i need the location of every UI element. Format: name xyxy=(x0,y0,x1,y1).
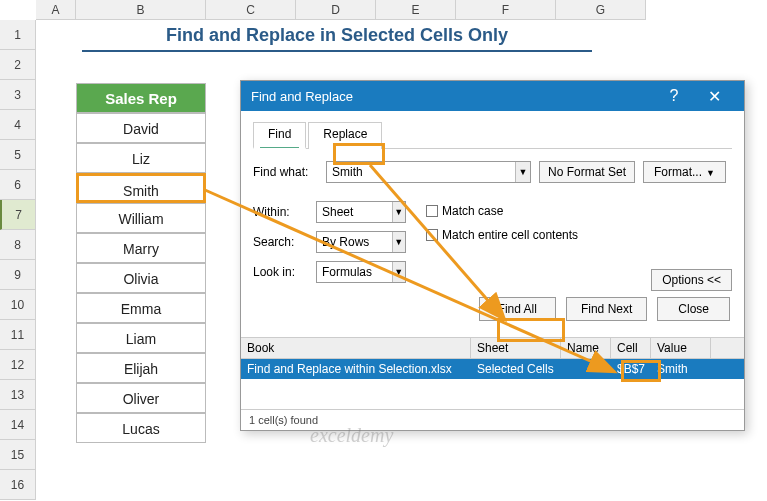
row-header[interactable]: 15 xyxy=(0,440,36,470)
result-name xyxy=(561,359,611,379)
cell-b10[interactable]: Olivia xyxy=(76,263,206,293)
watermark: exceldemy xyxy=(310,424,393,447)
row-header[interactable]: 5 xyxy=(0,140,36,170)
row-header[interactable]: 8 xyxy=(0,230,36,260)
row-header[interactable]: 12 xyxy=(0,350,36,380)
tab-replace[interactable]: Replace xyxy=(308,122,382,149)
col-header-g[interactable]: G xyxy=(556,0,646,20)
search-combo[interactable]: ▼ xyxy=(316,231,406,253)
no-format-button[interactable]: No Format Set xyxy=(539,161,635,183)
search-label: Search: xyxy=(253,235,308,249)
result-cell: $B$7 xyxy=(611,359,651,379)
lookin-label: Look in: xyxy=(253,265,308,279)
results-col-name[interactable]: Name xyxy=(561,338,611,358)
cell-b14[interactable]: Oliver xyxy=(76,383,206,413)
results-col-book[interactable]: Book xyxy=(241,338,471,358)
chevron-down-icon[interactable]: ▼ xyxy=(392,262,405,282)
find-all-button[interactable]: Find All xyxy=(479,297,556,321)
col-header-b[interactable]: B xyxy=(76,0,206,20)
row-header[interactable]: 9 xyxy=(0,260,36,290)
options-button[interactable]: Options << xyxy=(651,269,732,291)
within-input[interactable] xyxy=(317,202,392,222)
chevron-down-icon[interactable]: ▼ xyxy=(515,162,530,182)
tab-replace-label: Replace xyxy=(323,127,367,141)
results-col-sheet[interactable]: Sheet xyxy=(471,338,561,358)
within-label: Within: xyxy=(253,205,308,219)
result-book: Find and Replace within Selection.xlsx xyxy=(241,359,471,379)
find-what-combo[interactable]: ▼ xyxy=(326,161,531,183)
cell-b6[interactable]: Liz xyxy=(76,143,206,173)
cell-b8[interactable]: William xyxy=(76,203,206,233)
close-icon[interactable]: ✕ xyxy=(694,87,734,106)
format-button-label: Format... xyxy=(654,165,702,179)
cell-b15[interactable]: Lucas xyxy=(76,413,206,443)
cell-b7[interactable]: Smith xyxy=(76,173,206,203)
row-header[interactable]: 14 xyxy=(0,410,36,440)
tabs: Find Replace xyxy=(253,121,732,149)
cell-b5[interactable]: David xyxy=(76,113,206,143)
row-header[interactable]: 13 xyxy=(0,380,36,410)
result-row[interactable]: Find and Replace within Selection.xlsx S… xyxy=(241,359,744,379)
row-headers: 1 2 3 4 5 6 7 8 9 10 11 12 13 14 15 16 xyxy=(0,20,36,500)
find-next-button[interactable]: Find Next xyxy=(566,297,647,321)
col-header-c[interactable]: C xyxy=(206,0,296,20)
match-case-label: Match case xyxy=(442,204,503,218)
chevron-down-icon: ▼ xyxy=(706,168,715,178)
row-header[interactable]: 6 xyxy=(0,170,36,200)
search-input[interactable] xyxy=(317,232,392,252)
checkbox-icon xyxy=(426,205,438,217)
format-button[interactable]: Format...▼ xyxy=(643,161,726,183)
cell-b9[interactable]: Marry xyxy=(76,233,206,263)
title-underline xyxy=(82,50,592,52)
results-header: Book Sheet Name Cell Value xyxy=(241,337,744,359)
close-button[interactable]: Close xyxy=(657,297,730,321)
row-header[interactable]: 2 xyxy=(0,50,36,80)
results-col-value[interactable]: Value xyxy=(651,338,711,358)
col-header-e[interactable]: E xyxy=(376,0,456,20)
match-entire-checkbox[interactable]: Match entire cell contents xyxy=(426,228,578,242)
row-header[interactable]: 4 xyxy=(0,110,36,140)
checkbox-icon xyxy=(426,229,438,241)
find-replace-dialog: Find and Replace ? ✕ Find Replace Find w… xyxy=(240,80,745,431)
lookin-input[interactable] xyxy=(317,262,392,282)
table-header[interactable]: Sales Rep xyxy=(76,83,206,113)
cell-b12[interactable]: Liam xyxy=(76,323,206,353)
column-headers: A B C D E F G xyxy=(36,0,646,20)
page-title: Find and Replace in Selected Cells Only xyxy=(82,25,592,46)
tab-find[interactable]: Find xyxy=(253,122,306,149)
chevron-down-icon[interactable]: ▼ xyxy=(392,232,405,252)
row-header[interactable]: 1 xyxy=(0,20,36,50)
chevron-down-icon[interactable]: ▼ xyxy=(392,202,405,222)
row-header[interactable]: 10 xyxy=(0,290,36,320)
dialog-titlebar[interactable]: Find and Replace ? ✕ xyxy=(241,81,744,111)
results-col-cell[interactable]: Cell xyxy=(611,338,651,358)
help-icon[interactable]: ? xyxy=(654,87,694,105)
find-what-input[interactable] xyxy=(327,162,515,182)
row-header[interactable]: 16 xyxy=(0,470,36,500)
col-header-d[interactable]: D xyxy=(296,0,376,20)
tab-find-label: Find xyxy=(268,127,291,141)
page-title-area: Find and Replace in Selected Cells Only xyxy=(82,25,592,52)
dialog-title: Find and Replace xyxy=(251,89,353,104)
within-combo[interactable]: ▼ xyxy=(316,201,406,223)
match-case-checkbox[interactable]: Match case xyxy=(426,204,578,218)
row-header[interactable]: 11 xyxy=(0,320,36,350)
row-header[interactable]: 3 xyxy=(0,80,36,110)
lookin-combo[interactable]: ▼ xyxy=(316,261,406,283)
result-value: Smith xyxy=(651,359,711,379)
col-header-f[interactable]: F xyxy=(456,0,556,20)
cell-b11[interactable]: Emma xyxy=(76,293,206,323)
match-entire-label: Match entire cell contents xyxy=(442,228,578,242)
result-sheet: Selected Cells xyxy=(471,359,561,379)
col-header-a[interactable]: A xyxy=(36,0,76,20)
find-what-label: Find what: xyxy=(253,165,318,179)
row-header-selected[interactable]: 7 xyxy=(0,200,36,230)
cell-b13[interactable]: Elijah xyxy=(76,353,206,383)
